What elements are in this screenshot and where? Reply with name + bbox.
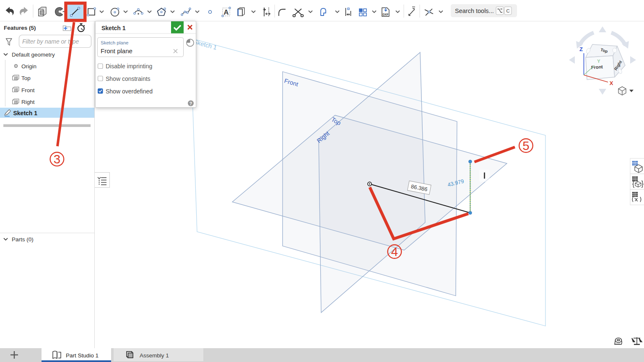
svg-text:Front plane: Front plane	[101, 47, 132, 54]
svg-text:Right: Right	[21, 99, 35, 105]
svg-text:Origin: Origin	[21, 63, 36, 70]
svg-text:Show constraints: Show constraints	[106, 75, 151, 82]
svg-text:Default geometry: Default geometry	[12, 52, 55, 58]
svg-text:DXF: DXF	[383, 13, 389, 16]
svg-text:Sketch 1: Sketch 1	[13, 110, 38, 116]
svg-text:C: C	[506, 8, 510, 13]
svg-text:Parts (0): Parts (0)	[12, 236, 34, 243]
svg-text:Sketch 1: Sketch 1	[101, 25, 126, 31]
svg-text:Part Studio 1: Part Studio 1	[66, 352, 99, 359]
svg-text:Front: Front	[21, 87, 35, 93]
svg-text:Assembly 1: Assembly 1	[140, 352, 169, 359]
svg-text:Features (5): Features (5)	[4, 25, 36, 31]
svg-text:A: A	[223, 8, 229, 16]
svg-text:Z: Z	[579, 46, 583, 52]
svg-text:Y: Y	[597, 59, 600, 64]
svg-text:Sketch 1: Sketch 1	[193, 38, 218, 51]
svg-text:Search tools...: Search tools...	[455, 8, 494, 14]
svg-text:X: X	[610, 80, 613, 86]
svg-text:?: ?	[190, 101, 192, 106]
svg-text:Disable imprinting: Disable imprinting	[106, 63, 152, 70]
svg-text:Top: Top	[21, 75, 31, 81]
svg-text:Show overdefined: Show overdefined	[106, 88, 153, 95]
svg-text:Sketch plane: Sketch plane	[101, 40, 129, 45]
svg-text:Filter by name or type: Filter by name or type	[22, 38, 79, 45]
